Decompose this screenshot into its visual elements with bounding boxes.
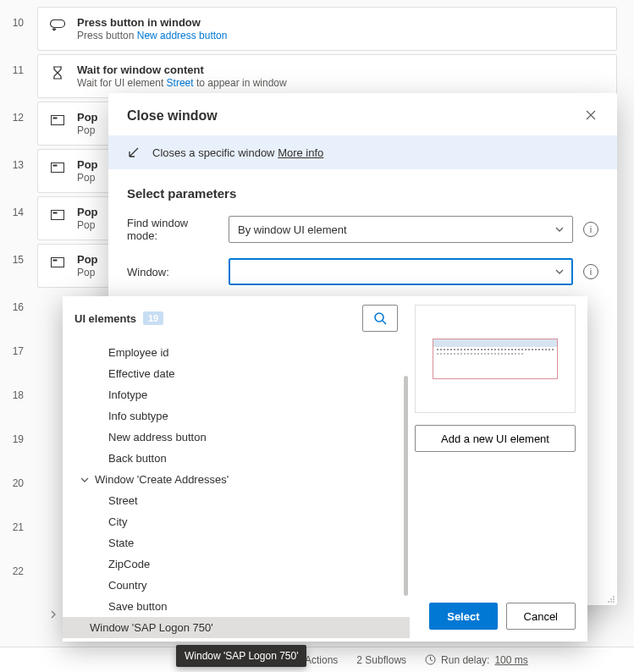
tree-item-selected[interactable]: Window 'SAP Logon 750' [63,617,410,638]
step-row[interactable]: 10 Press button in window Press button N… [0,7,634,51]
step-number: 21 [0,511,24,533]
ui-elements-popup: UI elements 19 Employee id Effective dat… [63,296,587,642]
status-actions[interactable]: Actions [305,654,338,666]
add-ui-element-button[interactable]: Add a new UI element [415,425,576,452]
tree-item[interactable]: Save button [63,596,410,617]
window-field: Window: i [127,258,598,285]
svg-rect-5 [52,211,64,220]
step-number: 13 [0,149,24,171]
status-bar: Actions 2 Subflows Run delay: 100 ms [0,647,634,672]
svg-rect-2 [53,118,58,119]
tree-group[interactable]: Window 'Create Addresses' [63,469,410,490]
step-number: 19 [0,423,24,445]
step-number: 11 [0,54,24,76]
tree-item[interactable]: Street [63,490,410,511]
svg-point-14 [613,601,615,603]
info-icon[interactable]: i [583,264,598,279]
banner-text: Closes a specific window More info [152,146,323,159]
svg-rect-8 [53,260,58,262]
chevron-down-icon [555,269,564,274]
field-label: Window: [127,266,218,278]
find-window-mode-dropdown[interactable]: By window UI element [229,216,573,243]
step-desc: Wait for UI element Street to appear in … [77,77,604,89]
step-number: 15 [0,244,24,266]
svg-point-9 [613,596,615,598]
populate-icon [50,113,65,128]
search-button[interactable] [362,305,398,332]
info-icon[interactable]: i [583,222,598,237]
run-delay-label: Run delay: [441,654,489,666]
populate-icon [50,207,65,223]
svg-rect-3 [52,163,64,173]
clock-icon [425,654,436,665]
close-icon[interactable] [585,109,598,123]
arrow-down-left-icon [127,146,141,159]
ui-elements-heading: UI elements 19 [74,311,163,325]
chevron-down-icon [80,477,90,482]
tree-item[interactable]: State [63,532,410,554]
tooltip: Window 'SAP Logon 750' [176,645,306,667]
find-window-mode-field: Find window mode: By window UI element i [127,216,598,243]
step-card[interactable]: Wait for window content Wait for UI elem… [37,54,617,98]
tree-item[interactable]: Back button [63,448,410,469]
info-banner: Closes a specific window More info [108,135,617,169]
ui-element-link[interactable]: Street [167,77,194,89]
step-number: 14 [0,196,24,218]
tree-item[interactable]: Effective date [63,363,410,384]
populate-icon [50,255,65,270]
dialog-title: Close window [127,108,218,124]
step-number: 17 [0,335,24,357]
tree-item[interactable]: Infotype [63,384,410,405]
window-dropdown[interactable] [229,258,573,285]
step-desc: Press button New address button [77,30,604,41]
populate-icon [50,160,65,175]
step-title: Wait for window content [77,63,604,76]
step-number: 22 [0,555,24,577]
ui-elements-count-badge: 19 [143,311,163,325]
tree-item[interactable]: City [63,511,410,532]
step-number: 10 [0,7,24,29]
step-row[interactable]: 11 Wait for window content Wait for UI e… [0,54,634,98]
svg-rect-4 [53,165,58,167]
scrollbar[interactable] [404,376,408,596]
preview-thumbnail [433,339,558,379]
ui-element-link[interactable]: New address button [137,30,228,41]
svg-rect-0 [51,20,65,28]
chevron-right-icon [49,610,58,619]
svg-point-13 [610,601,612,603]
svg-point-11 [613,598,615,600]
tree-item[interactable]: Employee id [63,342,410,363]
resize-grip-icon[interactable] [607,595,615,603]
tree-item[interactable]: Info subtype [63,405,410,427]
select-button[interactable]: Select [429,603,497,630]
svg-point-12 [608,601,609,603]
svg-point-10 [610,598,612,600]
step-number: 18 [0,379,24,401]
status-subflows[interactable]: 2 Subflows [356,654,406,666]
ui-elements-tree: Employee id Effective date Infotype Info… [63,342,410,642]
step-number: 16 [0,291,24,313]
step-card[interactable]: Press button in window Press button New … [37,7,617,51]
tree-item[interactable]: New address button [63,427,410,448]
step-number: 12 [0,102,24,124]
params-heading: Select parameters [127,186,598,201]
svg-rect-7 [52,258,64,267]
tree-item[interactable]: Country [63,575,410,596]
more-info-link[interactable]: More info [278,146,323,159]
svg-point-15 [375,313,383,322]
svg-rect-6 [53,212,58,214]
step-number: 20 [0,467,24,489]
press-button-icon [50,18,65,33]
hourglass-icon [50,65,65,80]
field-label: Find window mode: [127,217,218,242]
run-delay-value[interactable]: 100 ms [494,654,527,666]
svg-rect-1 [52,116,64,125]
search-icon [373,311,387,325]
cancel-button[interactable]: Cancel [506,603,576,630]
preview-box [415,305,576,413]
step-title: Press button in window [77,16,604,29]
chevron-down-icon [555,227,564,232]
tree-item[interactable]: ZipCode [63,554,410,575]
